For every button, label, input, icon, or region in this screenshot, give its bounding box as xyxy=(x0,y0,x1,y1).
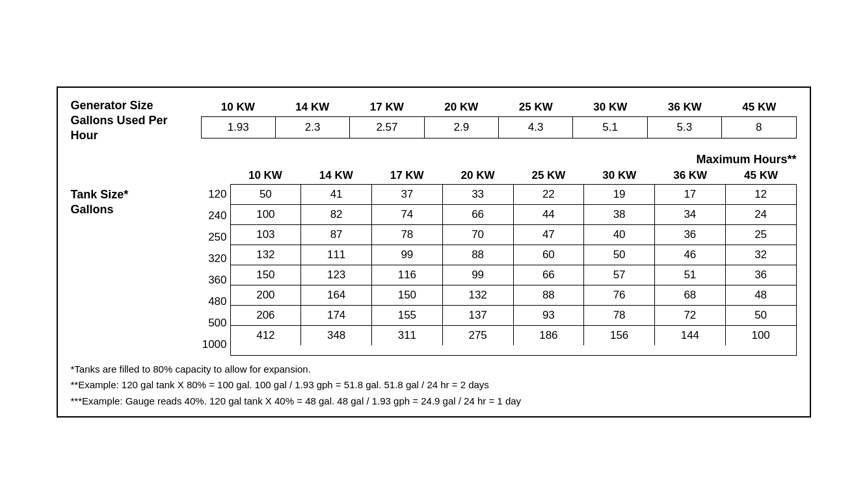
tank-size-row-label: 1000 xyxy=(201,334,230,356)
top-value-cell: 2.9 xyxy=(425,117,499,138)
bottom-data-cell: 60 xyxy=(514,245,585,265)
bottom-data-cell: 24 xyxy=(726,205,796,224)
bottom-data-cell: 40 xyxy=(584,225,655,245)
bottom-data-cell: 33 xyxy=(443,185,514,204)
bottom-data-cell: 174 xyxy=(301,306,372,325)
bottom-data-row: 10082746644383424 xyxy=(231,205,796,225)
gallons-used-label: Gallons Used Per xyxy=(71,114,168,127)
bottom-data-cell: 46 xyxy=(655,245,726,265)
top-header-cell: 14 KW xyxy=(275,98,350,116)
max-hours-label: Maximum Hours** xyxy=(696,153,796,166)
bottom-data-cell: 412 xyxy=(231,326,302,345)
top-value-cell: 5.3 xyxy=(648,117,722,138)
top-data-grid: 1.932.32.572.94.35.15.38 xyxy=(201,116,797,139)
bottom-section: Tank Size* Gallons 10 KW14 KW17 KW20 KW2… xyxy=(71,169,797,356)
bottom-data-cell: 19 xyxy=(584,185,655,204)
bottom-data-cell: 50 xyxy=(231,185,302,204)
footnote-1: *Tanks are filled to 80% capacity to all… xyxy=(71,362,797,377)
bottom-data-cell: 66 xyxy=(514,265,585,285)
bottom-header-cell: 14 KW xyxy=(300,169,371,182)
bottom-header-cell: 45 KW xyxy=(726,169,797,182)
bottom-data-cell: 66 xyxy=(443,205,514,224)
bottom-data-cell: 111 xyxy=(301,245,372,265)
footnotes: *Tanks are filled to 80% capacity to all… xyxy=(71,362,797,409)
bottom-data-cell: 41 xyxy=(301,185,372,204)
top-header-cell: 36 KW xyxy=(648,98,723,116)
top-value-cell: 2.57 xyxy=(350,117,424,138)
bottom-data-cell: 17 xyxy=(655,185,726,204)
bottom-data-cell: 348 xyxy=(301,326,372,345)
bottom-data-cell: 78 xyxy=(584,306,655,325)
bottom-data-cell: 48 xyxy=(726,285,796,305)
bottom-data-cell: 50 xyxy=(584,245,655,265)
bottom-data-cell: 93 xyxy=(514,306,585,325)
bottom-data-cell: 150 xyxy=(231,265,302,285)
top-value-cell: 2.3 xyxy=(276,117,350,138)
bottom-data-grid: 5041373322191712100827466443834241038778… xyxy=(230,184,797,356)
tank-size-row-label: 360 xyxy=(201,270,230,291)
bottom-data-cell: 311 xyxy=(372,326,443,345)
bottom-header-cell: 30 KW xyxy=(584,169,655,182)
bottom-data-cell: 132 xyxy=(231,245,302,265)
top-value-cell: 4.3 xyxy=(499,117,573,138)
bottom-data-cell: 12 xyxy=(726,185,796,204)
bottom-header-cell: 20 KW xyxy=(442,169,513,182)
bottom-data-cell: 50 xyxy=(726,306,796,325)
top-label-text: Generator Size Gallons Used Per Hour xyxy=(71,98,168,144)
bottom-data-row: 1501231169966575136 xyxy=(231,265,796,285)
bottom-data-cell: 87 xyxy=(301,225,372,245)
tank-size-row-label: 250 xyxy=(201,227,230,248)
top-header-cell: 20 KW xyxy=(424,98,499,116)
bottom-data-cell: 36 xyxy=(655,225,726,245)
top-header-cell: 30 KW xyxy=(573,98,648,116)
bottom-headers-row: 10 KW14 KW17 KW20 KW25 KW30 KW36 KW45 KW xyxy=(201,169,797,184)
bottom-data-cell: 88 xyxy=(443,245,514,265)
top-header-cell: 25 KW xyxy=(499,98,574,116)
tank-size-row-label: 120 xyxy=(201,184,230,206)
bottom-header-cell: 10 KW xyxy=(230,169,301,182)
bottom-data-cell: 116 xyxy=(372,265,443,285)
footnote-3: ***Example: Gauge reads 40%. 120 gal tan… xyxy=(71,394,797,409)
top-header-cell: 10 KW xyxy=(201,98,276,116)
bottom-data-cell: 76 xyxy=(584,285,655,305)
top-header-cell: 17 KW xyxy=(350,98,425,116)
bottom-data-cell: 68 xyxy=(655,285,726,305)
top-section: Generator Size Gallons Used Per Hour 10 … xyxy=(71,98,797,144)
bottom-data-cell: 150 xyxy=(372,285,443,305)
bottom-data-cell: 132 xyxy=(443,285,514,305)
bottom-data-cell: 88 xyxy=(514,285,585,305)
gallons-label: Gallons xyxy=(71,203,114,216)
bottom-data-cell: 25 xyxy=(726,225,796,245)
bottom-data-cell: 99 xyxy=(372,245,443,265)
top-data-row: 1.932.32.572.94.35.15.38 xyxy=(202,117,796,138)
bottom-data-cell: 32 xyxy=(726,245,796,265)
tank-size-row-label: 240 xyxy=(201,206,230,227)
hour-label: Hour xyxy=(71,129,98,142)
tank-size-row-label: 320 xyxy=(201,248,230,270)
bottom-data-cell: 275 xyxy=(443,326,514,345)
bottom-data-cell: 57 xyxy=(584,265,655,285)
row-labels-col: 1202402503203604805001000 xyxy=(201,184,230,356)
bottom-data-cell: 22 xyxy=(514,185,585,204)
bottom-header-cell: 17 KW xyxy=(371,169,442,182)
bottom-data-row: 20016415013288766848 xyxy=(231,285,796,306)
bottom-data-row: 5041373322191712 xyxy=(231,185,796,205)
footnote-2: **Example: 120 gal tank X 80% = 100 gal.… xyxy=(71,378,797,393)
bottom-data-cell: 156 xyxy=(584,326,655,345)
bottom-data-cell: 206 xyxy=(231,306,302,325)
bottom-header-cell: 25 KW xyxy=(513,169,584,182)
max-hours-title: Maximum Hours** xyxy=(71,153,797,166)
tank-size-row-label: 500 xyxy=(201,313,230,334)
bottom-data-cell: 155 xyxy=(372,306,443,325)
bottom-data-cell: 99 xyxy=(443,265,514,285)
bottom-header-cell: 36 KW xyxy=(655,169,726,182)
bottom-data-cell: 47 xyxy=(514,225,585,245)
bottom-data-cell: 37 xyxy=(372,185,443,204)
bottom-data-cell: 137 xyxy=(443,306,514,325)
bottom-data-row: 20617415513793787250 xyxy=(231,306,796,326)
bottom-data-cell: 100 xyxy=(231,205,302,224)
top-table-wrapper: Generator Size Gallons Used Per Hour 10 … xyxy=(71,98,797,144)
top-value-cell: 1.93 xyxy=(202,117,276,138)
bottom-data-row: 10387787047403625 xyxy=(231,225,796,245)
bottom-data-cell: 186 xyxy=(514,326,585,345)
